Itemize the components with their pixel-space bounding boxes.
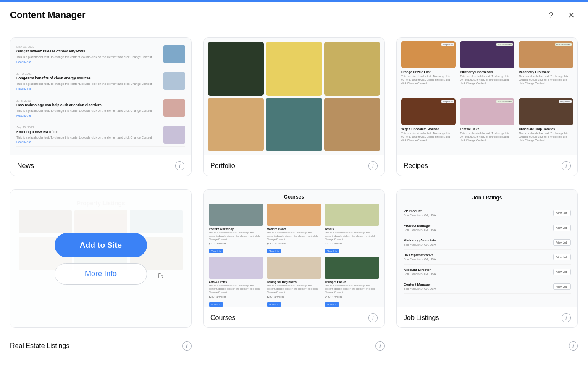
portfolio-image: [324, 42, 380, 96]
news-image: [163, 45, 185, 63]
course-image: [267, 257, 321, 279]
course-more-info-button[interactable]: More Info: [209, 302, 223, 307]
card-footer-recipes: Recipes i: [397, 155, 578, 176]
portfolio-image: [208, 98, 264, 152]
info-icon-news[interactable]: i: [175, 161, 184, 170]
card-footer-jobs: Job Listings i: [397, 307, 578, 327]
card-label-courses: Courses: [210, 314, 236, 322]
view-job-button[interactable]: View Job: [553, 269, 571, 275]
info-icon-partial-3[interactable]: i: [569, 341, 578, 351]
card-label-recipes: Recipes: [404, 162, 428, 170]
info-icon-recipes[interactable]: i: [562, 161, 571, 170]
view-job-button[interactable]: View Job: [553, 239, 571, 246]
recipe-image: Beginner: [401, 41, 456, 68]
job-row: VP Product San Francisco, CA, USA View J…: [404, 206, 571, 220]
news-row: May 12, 2023 Gadget review: release of n…: [16, 43, 185, 66]
bottom-partial-row: Real Estate Listings i i i: [10, 341, 578, 352]
card-footer-courses: Courses i: [204, 307, 384, 327]
add-to-site-button[interactable]: Add to Site: [55, 233, 147, 257]
recipe-item: Beginner Vegan Chocolate Mousse This is …: [401, 98, 456, 152]
jobs-preview: Job Listings VP Product San Francisco, C…: [397, 190, 578, 307]
news-preview: May 12, 2023 Gadget review: release of n…: [10, 38, 191, 155]
news-image: [163, 99, 185, 117]
job-row: Content Manager San Francisco, CA, USA V…: [404, 279, 571, 294]
news-row: Aug 15, 2023 Entering a new era of IoT T…: [16, 123, 185, 147]
card-job-listings: Job Listings VP Product San Francisco, C…: [396, 189, 578, 328]
header-actions: ? ✕: [544, 8, 578, 22]
header: Content Manager ? ✕: [0, 2, 588, 29]
card-recipes: Beginner Orange Drizzle Loaf This is a p…: [396, 37, 578, 176]
card-label-portfolio: Portfolio: [210, 162, 235, 170]
recipe-image: Beginner: [519, 98, 573, 125]
top-accent-bar: [0, 0, 588, 2]
card-footer-portfolio: Portfolio i: [204, 155, 384, 176]
course-image: [209, 204, 263, 226]
course-item: Tennis This is a placeholder text. To ch…: [325, 204, 379, 254]
course-more-info-button[interactable]: More Info: [267, 302, 281, 307]
course-image: [325, 257, 379, 279]
cards-grid: May 12, 2023 Gadget review: release of n…: [10, 37, 578, 328]
portfolio-image: [266, 42, 322, 96]
view-job-button[interactable]: View Job: [553, 225, 571, 231]
course-more-info-button[interactable]: More Info: [325, 302, 339, 307]
job-row: Marketing Associate San Francisco, CA, U…: [404, 235, 571, 250]
course-more-info-button[interactable]: More Info: [267, 249, 281, 253]
main-content: May 12, 2023 Gadget review: release of n…: [0, 27, 588, 372]
portfolio-preview: [204, 38, 384, 155]
card-footer-property: Real Estate Listings i: [10, 327, 191, 328]
property-preview: Property Listings Add to Site M: [10, 190, 191, 327]
news-row: Jun 5, 2023 Long-term benefits of clean …: [16, 70, 185, 93]
course-item: Arts & Crafts This is a placeholder text…: [209, 257, 263, 307]
info-icon-partial-2[interactable]: i: [375, 341, 385, 351]
partial-label-1: Real Estate Listings: [10, 342, 69, 350]
news-row: Jul 8, 2023 How technology can help curb…: [16, 97, 185, 120]
course-more-info-button[interactable]: More Info: [209, 249, 223, 253]
recipe-item: Beginner Orange Drizzle Loaf This is a p…: [401, 41, 456, 95]
card-portfolio: Portfolio i: [203, 37, 385, 176]
info-icon-portfolio[interactable]: i: [368, 161, 378, 170]
course-image: [209, 257, 263, 279]
card-label-news: News: [17, 162, 34, 170]
recipe-image: Intermediate: [460, 41, 514, 68]
recipe-item: Intermediate Festive Cake This is a plac…: [460, 98, 514, 152]
recipe-image: Beginner: [401, 98, 456, 125]
page-title: Content Manager: [10, 10, 86, 21]
info-icon-jobs[interactable]: i: [562, 313, 571, 322]
news-image: [163, 72, 185, 90]
job-row: Product Manager San Francisco, CA, USA V…: [404, 220, 571, 235]
portfolio-image: [208, 42, 264, 96]
card-label-jobs: Job Listings: [404, 314, 439, 322]
info-icon-courses[interactable]: i: [368, 313, 378, 322]
course-item: Modern Ballet This is a placeholder text…: [267, 204, 321, 254]
courses-preview: Courses Pottery Workshop This is a place…: [204, 190, 384, 307]
course-image: [325, 204, 379, 226]
card-footer-news: News i: [10, 155, 191, 176]
info-icon-partial-1[interactable]: i: [182, 341, 192, 351]
recipe-image: Intermediate: [519, 41, 573, 68]
card-property-listings: Property Listings Add to Site M: [10, 189, 192, 328]
jobs-title: Job Listings: [404, 195, 571, 201]
job-row: Account Director San Francisco, CA, USA …: [404, 265, 571, 279]
recipe-item: Beginner Chocolate Chip Cookies This is …: [519, 98, 573, 152]
card-courses: Courses Pottery Workshop This is a place…: [203, 189, 385, 328]
help-button[interactable]: ?: [544, 8, 558, 22]
portfolio-image: [266, 98, 322, 152]
recipe-item: Intermediate Raspberry Croissant This is…: [519, 41, 573, 95]
courses-title: Courses: [209, 194, 379, 200]
recipes-preview: Beginner Orange Drizzle Loaf This is a p…: [397, 38, 578, 155]
card-news: May 12, 2023 Gadget review: release of n…: [10, 37, 192, 176]
more-info-button[interactable]: More Info: [55, 263, 147, 285]
course-more-info-button[interactable]: More Info: [325, 249, 339, 253]
view-job-button[interactable]: View Job: [553, 283, 571, 290]
course-item: Baking for Beginners This is a placehold…: [267, 257, 321, 307]
view-job-button[interactable]: View Job: [553, 210, 571, 216]
portfolio-image: [324, 98, 380, 152]
recipe-image: Intermediate: [460, 98, 514, 125]
recipe-item: Intermediate Blueberry Cheesecake This i…: [460, 41, 514, 95]
course-item: Pottery Workshop This is a placeholder t…: [209, 204, 263, 254]
course-item: Trumpet Basics This is a placeholder tex…: [325, 257, 379, 307]
news-image: [163, 126, 185, 144]
close-button[interactable]: ✕: [564, 8, 578, 22]
view-job-button[interactable]: View Job: [553, 254, 571, 260]
job-row: HR Representative San Francisco, CA, USA…: [404, 250, 571, 265]
